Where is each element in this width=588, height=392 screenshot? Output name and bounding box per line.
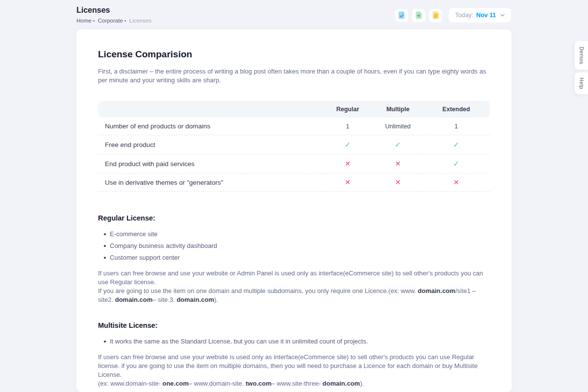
list-item: Customer support center (104, 254, 490, 261)
section-paragraph: If users can free browse and use your we… (98, 269, 490, 304)
row-value: 1 (422, 118, 490, 135)
section-heading: Regular License: (98, 214, 490, 222)
table-row: End product with paid services✕✕✓ (98, 154, 490, 173)
file-plus-icon (415, 11, 422, 19)
cross-icon: ✕ (422, 173, 490, 192)
cross-icon: ✕ (395, 178, 401, 186)
row-label: End product with paid services (98, 154, 322, 173)
check-icon: ✓ (453, 140, 460, 148)
topbar-actions: Today: Nov 11 (391, 8, 511, 23)
license-section: Regular License:E-commerce siteCompany b… (98, 214, 490, 304)
license-comparison-card: License Comparision First, a disclaimer … (76, 29, 512, 392)
row-value: 1 (322, 118, 373, 135)
page-heading: Licenses Home Corporate Licenses (76, 6, 151, 24)
date-dropdown-value: Nov 11 (476, 12, 496, 19)
side-tab-demos[interactable]: Demos (575, 41, 588, 70)
check-icon: ✓ (453, 159, 460, 168)
date-dropdown[interactable]: Today: Nov 11 (449, 8, 511, 23)
list-item: It works the same as the Standard Licens… (104, 338, 490, 345)
chevron-down-icon (500, 14, 505, 17)
check-icon: ✓ (373, 135, 422, 154)
section-paragraph: If users can free browse and use your we… (98, 353, 490, 388)
table-row: Free end product✓✓✓ (98, 135, 490, 154)
cross-icon: ✕ (322, 154, 373, 173)
table-row: Use in derivative themes or "generators"… (98, 173, 490, 192)
paragraph-bold-text: one.com (162, 380, 188, 387)
section-bullet-list: It works the same as the Standard Licens… (98, 338, 490, 345)
list-item: Company business activity dashboard (104, 242, 490, 249)
breadcrumb-licenses: Licenses (129, 18, 151, 24)
cross-icon: ✕ (453, 178, 459, 186)
table-row: Number of end products or domains1Unlimi… (98, 118, 490, 135)
cross-icon: ✕ (373, 173, 422, 192)
cross-icon: ✕ (345, 178, 351, 186)
row-label: Number of end products or domains (98, 118, 322, 135)
breadcrumb-dot (124, 20, 126, 22)
check-icon: ✓ (395, 140, 401, 148)
check-icon: ✓ (344, 140, 351, 148)
check-icon: ✓ (422, 135, 490, 154)
paragraph-text: ). (214, 296, 218, 303)
cross-icon: ✕ (322, 173, 373, 192)
paragraph-bold-text: domain.com (115, 296, 153, 303)
row-label: Free end product (98, 135, 322, 154)
cross-icon: ✕ (345, 160, 351, 168)
cross-icon: ✕ (395, 160, 401, 168)
cross-icon: ✕ (373, 154, 422, 173)
page-title: Licenses (76, 6, 151, 15)
side-tab-help[interactable]: Help (575, 73, 588, 94)
card-title: License Comparision (98, 49, 490, 60)
breadcrumb-corporate[interactable]: Corporate (98, 18, 123, 24)
paragraph-text: – www.site-three- (271, 380, 322, 387)
check-icon: ✓ (422, 154, 490, 173)
row-value: Unlimited (373, 118, 422, 135)
file-lines-icon (432, 11, 440, 19)
section-bullet-list: E-commerce siteCompany business activity… (98, 230, 490, 261)
check-icon: ✓ (322, 135, 373, 154)
breadcrumb-home[interactable]: Home (76, 18, 92, 24)
license-section: Multisite License:It works the same as t… (98, 321, 490, 388)
list-item: E-commerce site (104, 230, 490, 238)
breadcrumb: Home Corporate Licenses (76, 18, 151, 24)
section-heading: Multisite License: (98, 321, 490, 329)
table-header: RegularMultipleExtended (98, 101, 490, 118)
file-plus-button[interactable] (412, 9, 425, 22)
paragraph-bold-text: domain.com (176, 296, 214, 303)
license-comparison-table: RegularMultipleExtended Number of end pr… (98, 101, 490, 192)
date-dropdown-label: Today: (455, 12, 473, 19)
table-col-empty (98, 101, 322, 118)
paragraph-text: – www.domain-site. (189, 380, 245, 387)
row-label: Use in derivative themes or "generators" (98, 173, 322, 192)
license-sections: Regular License:E-commerce siteCompany b… (98, 214, 490, 392)
paragraph-text: ). (360, 380, 364, 387)
table-col-extended: Extended (422, 101, 490, 118)
file-check-icon (398, 11, 405, 19)
paragraph-bold-text: domain.com (322, 380, 360, 387)
paragraph-bold-text: two.com (245, 380, 271, 387)
disclaimer-text: First, a disclaimer – the entire process… (98, 67, 490, 85)
table-col-regular: Regular (322, 101, 373, 118)
file-check-button[interactable] (395, 9, 408, 22)
breadcrumb-dot (93, 20, 95, 22)
table-col-multiple: Multiple (373, 101, 422, 118)
paragraph-bold-text: domain.com (418, 287, 456, 294)
paragraph-text: – site.3. (152, 296, 176, 303)
file-lines-button[interactable] (429, 9, 442, 22)
